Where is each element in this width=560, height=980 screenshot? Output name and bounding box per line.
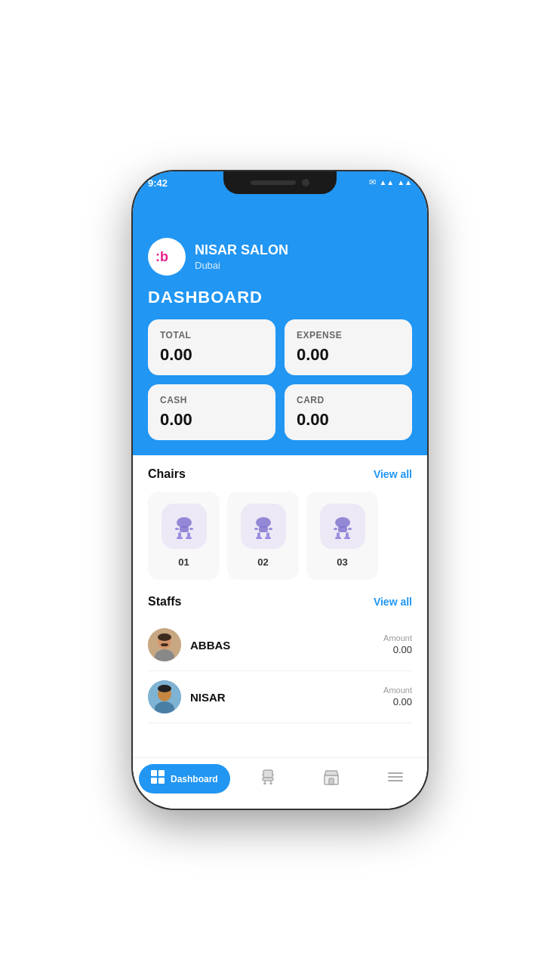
chairs-title: Chairs: [148, 467, 186, 481]
stat-value-total: 0.00: [160, 345, 263, 365]
svg-rect-7: [186, 537, 192, 539]
stat-value-cash: 0.00: [160, 410, 263, 430]
nav-label-dashboard: Dashboard: [171, 774, 218, 784]
stat-card-expense[interactable]: EXPENSE 0.00: [285, 319, 412, 375]
staff-list: ABBAS Amount 0.00: [148, 619, 412, 723]
staff-name-nisar: NISAR: [190, 691, 374, 704]
salon-info: :b NISAR SALON Dubai: [148, 238, 412, 276]
svg-point-2: [177, 517, 192, 528]
svg-point-10: [256, 517, 271, 528]
svg-point-29: [161, 643, 168, 646]
chair-card-2[interactable]: 02: [227, 492, 299, 580]
chair-card-1[interactable]: 01: [148, 492, 220, 580]
notch: [223, 171, 337, 194]
stat-label-cash: CASH: [160, 395, 263, 405]
svg-rect-25: [348, 528, 352, 530]
chairs-nav-icon: [259, 768, 277, 790]
svg-rect-3: [180, 526, 189, 532]
svg-rect-38: [158, 778, 165, 784]
svg-rect-6: [177, 537, 183, 539]
svg-rect-35: [151, 770, 157, 776]
dashboard-nav-icon: [151, 770, 165, 787]
staff-avatar-nisar: [148, 680, 181, 713]
svg-rect-16: [254, 528, 258, 530]
staffs-section-header: Staffs View all: [148, 595, 412, 609]
stat-value-expense: 0.00: [297, 345, 400, 365]
svg-rect-17: [269, 528, 272, 530]
nav-item-dashboard[interactable]: Dashboard: [139, 764, 230, 794]
chairs-view-all[interactable]: View all: [374, 468, 412, 480]
stats-grid: TOTAL 0.00 EXPENSE 0.00 CASH 0.00: [148, 319, 412, 440]
salon-location: Dubai: [195, 260, 288, 271]
bottom-nav: Dashboard: [133, 757, 427, 809]
stat-label-expense: EXPENSE: [297, 330, 400, 341]
staff-avatar-abbas: [148, 628, 181, 661]
stat-card-total[interactable]: TOTAL 0.00: [148, 319, 275, 375]
staff-amount-wrapper-abbas: Amount 0.00: [383, 633, 412, 656]
status-time: 9:42: [148, 177, 168, 189]
staffs-view-all[interactable]: View all: [374, 596, 412, 608]
svg-rect-15: [265, 537, 271, 539]
chair-number-3: 03: [337, 556, 347, 568]
staff-amount-wrapper-nisar: Amount 0.00: [383, 686, 412, 708]
store-nav-icon: [322, 768, 340, 790]
nav-item-chairs[interactable]: [236, 765, 300, 793]
chairs-section-header: Chairs View all: [148, 467, 412, 481]
chair-card-3[interactable]: 03: [306, 492, 378, 580]
svg-point-18: [335, 517, 350, 528]
mail-icon: ✉: [369, 177, 376, 187]
scrollable-area: 9:42 ✉ ▲▲ ▲▲: [133, 171, 427, 809]
svg-rect-22: [335, 537, 341, 539]
staff-item-nisar[interactable]: NISAR Amount 0.00: [148, 671, 412, 723]
wifi-icon: ▲▲: [397, 178, 412, 186]
svg-text::b: :b: [155, 249, 168, 264]
staff-amount-label-abbas: Amount: [383, 633, 412, 643]
svg-rect-39: [263, 770, 272, 778]
staffs-title: Staffs: [148, 595, 181, 609]
staff-name-abbas: ABBAS: [190, 639, 374, 652]
phone-screen: 9:42 ✉ ▲▲ ▲▲: [133, 171, 427, 809]
chair-number-2: 02: [257, 556, 268, 568]
menu-nav-icon: [387, 769, 404, 789]
staff-amount-value-abbas: 0.00: [393, 644, 412, 655]
stat-card-card[interactable]: CARD 0.00: [285, 384, 412, 440]
svg-rect-40: [263, 778, 273, 781]
stat-value-card: 0.00: [297, 410, 400, 430]
salon-text: NISAR SALON Dubai: [195, 242, 288, 271]
header-section: 9:42 ✉ ▲▲ ▲▲: [133, 171, 427, 455]
svg-point-28: [158, 633, 171, 641]
svg-rect-48: [329, 778, 334, 784]
svg-rect-37: [151, 778, 157, 784]
svg-rect-8: [175, 528, 179, 530]
content-section: Chairs View all: [133, 455, 427, 735]
chairs-row: 01: [148, 492, 412, 580]
svg-point-33: [158, 685, 171, 692]
chair-icon-1: [162, 504, 207, 549]
svg-rect-9: [189, 528, 193, 530]
staff-item-abbas[interactable]: ABBAS Amount 0.00: [148, 619, 412, 671]
chair-icon-2: [241, 504, 286, 549]
salon-name: NISAR SALON: [195, 242, 288, 258]
svg-rect-24: [334, 528, 337, 530]
svg-rect-19: [338, 526, 347, 532]
dashboard-title: DASHBOARD: [148, 288, 412, 307]
svg-rect-11: [259, 526, 268, 532]
stat-label-total: TOTAL: [160, 330, 263, 341]
chair-number-1: 01: [178, 556, 189, 568]
camera: [302, 179, 309, 186]
chair-icon-3: [320, 504, 365, 549]
page-wrapper: 9:42 ✉ ▲▲ ▲▲: [0, 0, 560, 980]
status-icons: ✉ ▲▲ ▲▲: [369, 177, 412, 187]
svg-rect-14: [256, 537, 262, 539]
screen-content: 9:42 ✉ ▲▲ ▲▲: [133, 171, 427, 809]
stat-card-cash[interactable]: CASH 0.00: [148, 384, 275, 440]
signal-icon: ▲▲: [379, 178, 394, 186]
staff-amount-label-nisar: Amount: [383, 686, 412, 695]
nav-item-menu[interactable]: [364, 766, 427, 792]
phone-frame: 9:42 ✉ ▲▲ ▲▲: [133, 171, 427, 809]
svg-rect-23: [344, 537, 350, 539]
nav-item-store[interactable]: [300, 765, 363, 793]
stat-label-card: CARD: [297, 395, 400, 405]
staff-amount-value-nisar: 0.00: [393, 696, 412, 707]
speaker: [251, 180, 296, 185]
